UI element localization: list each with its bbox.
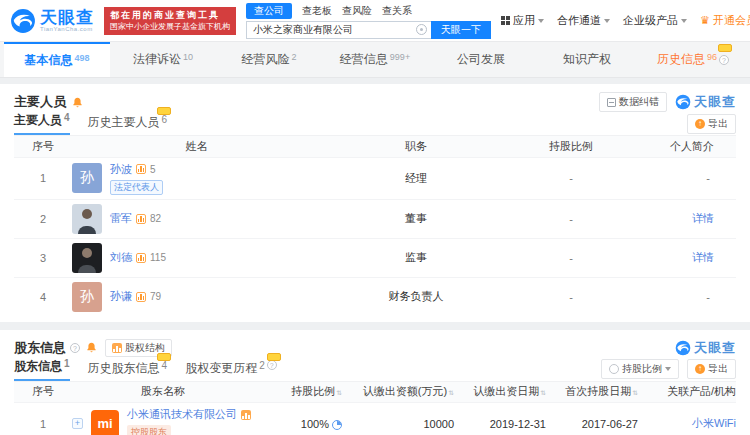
employment-count-icon (136, 214, 146, 224)
chevron-down-icon (665, 367, 671, 371)
sort-icon[interactable]: ⇅ (540, 390, 546, 397)
controlling-shareholder-tag: 控股股东 (127, 425, 171, 435)
search-tab-company[interactable]: 查公司 (246, 3, 292, 19)
avatar (72, 243, 102, 273)
subtab-shareholders[interactable]: 股东信息1 (14, 358, 70, 381)
info-circle-icon (609, 364, 619, 374)
promo-badge (718, 44, 732, 52)
person-name-link[interactable]: 雷军 (110, 211, 132, 226)
ratio-filter-dropdown[interactable]: 持股比例 (601, 359, 679, 379)
table-row: 4 孙 孙谦 79 财务负责人 - - (14, 277, 736, 316)
crown-icon: ♛ (700, 14, 710, 27)
table-row: 2 雷军 82 董事 - 详情 (14, 199, 736, 238)
person-name-link[interactable]: 刘德 (110, 250, 132, 265)
export-button[interactable]: ↑ 导出 (687, 114, 736, 134)
shareholder-table-header: 序号 股东名称 持股比例⇅ 认缴出资额(万元)⇅ 认缴出资日期⇅ 首次持股日期⇅… (14, 382, 736, 403)
menu-vip[interactable]: ♛ 开通会员 (700, 13, 750, 28)
monitor-bell-icon[interactable] (86, 342, 97, 353)
related-product-link[interactable]: 小米WiFi (692, 417, 736, 429)
watermark-logo: 天眼查 (675, 93, 736, 111)
subtab-history-shareholders[interactable]: 历史股东信息4 (88, 360, 168, 381)
logo-title: 天眼查 (40, 9, 94, 26)
sort-icon[interactable]: ⇅ (336, 390, 342, 397)
tab-operation-risk[interactable]: 经营风险2 (216, 42, 322, 77)
monitor-bell-icon[interactable] (72, 97, 83, 108)
mi-logo: mi (91, 410, 119, 435)
menu-enterprise[interactable]: 企业级产品 (623, 13, 687, 28)
company-nav-tabs: 基本信息498 法律诉讼10 经营风险2 经营信息999+ 公司发展 知识产权 … (0, 42, 750, 78)
employment-count-icon (136, 292, 146, 302)
subtab-history-personnel[interactable]: 历史主要人员6 (88, 114, 168, 135)
export-icon: ↑ (695, 364, 705, 374)
export-button[interactable]: ↑ 导出 (687, 359, 736, 379)
image-search-icon[interactable] (416, 24, 427, 35)
avatar (72, 204, 102, 234)
tianyancha-logo[interactable]: 天眼查 TianYanCha.com (10, 8, 94, 34)
table-row: 3 刘德 115 监事 - 详情 (14, 238, 736, 277)
tab-intellectual-property[interactable]: 知识产权 (534, 42, 640, 77)
subtab-current-personnel[interactable]: 主要人员4 (14, 112, 70, 135)
tab-basic-info[interactable]: 基本信息498 (4, 42, 110, 77)
personnel-table: 序号 姓名 职务 持股比例 个人简介 1 孙 孙波 5 (14, 136, 736, 316)
table-row: 1 孙 孙波 5 法定代表人 经理 - - (14, 157, 736, 199)
search-button[interactable]: 天眼一下 (431, 21, 491, 39)
pie-chart-icon[interactable] (332, 420, 342, 430)
table-row: 1 + mi 小米通讯技术有限公司 控股股东 100% 10000 2019-1… (14, 403, 736, 435)
promo-banner-line1: 都在用的商业查询工具 (110, 10, 230, 21)
logo-subtitle: TianYanCha.com (40, 26, 94, 32)
tab-operation-info[interactable]: 经营信息999+ (322, 42, 428, 77)
menu-cooperation[interactable]: 合作通道 (557, 13, 610, 28)
equity-chart-icon (112, 343, 122, 353)
tianyancha-logo-icon (10, 8, 36, 34)
promo-badge (157, 107, 171, 115)
search-input[interactable] (246, 21, 432, 39)
grid-icon (501, 16, 510, 25)
question-circle-icon[interactable]: ? (719, 55, 729, 65)
promo-banner: 都在用的商业查询工具 国家中小企业发展子基金旗下机构 (104, 7, 236, 35)
tab-history-info[interactable]: 历史信息96 ? (640, 42, 746, 77)
page-content: 主要人员 数据纠错 天眼查 主要人员4 历史主要人员6 ↑ 导出 (0, 78, 750, 435)
chevron-down-icon (681, 19, 687, 23)
avatar: 孙 (72, 282, 102, 312)
shareholder-name-link[interactable]: 小米通讯技术有限公司 (127, 407, 237, 422)
profile-detail-link[interactable]: 详情 (692, 251, 714, 263)
person-name-link[interactable]: 孙谦 (110, 289, 132, 304)
shareholder-card: 股东信息 ? 股权结构 天眼查 股东信息1 历史股东信息4 股权变更历程2 ? (0, 330, 750, 435)
sort-icon[interactable]: ⇅ (448, 390, 454, 397)
question-circle-icon[interactable]: ? (267, 360, 277, 370)
promo-badge (157, 353, 171, 361)
menu-apps[interactable]: 应用 (501, 13, 544, 28)
tab-company-development[interactable]: 公司发展 (428, 42, 534, 77)
search-tab-risk[interactable]: 查风险 (342, 4, 372, 18)
promo-badge (267, 353, 281, 361)
personnel-table-header: 序号 姓名 职务 持股比例 个人简介 (14, 136, 736, 157)
employment-count-icon (136, 253, 146, 263)
header-menu: 应用 合作通道 企业级产品 ♛ 开通会员 费米 (501, 13, 750, 28)
shareholder-table: 序号 股东名称 持股比例⇅ 认缴出资额(万元)⇅ 认缴出资日期⇅ 首次持股日期⇅… (14, 382, 736, 435)
export-icon: ↑ (695, 119, 705, 129)
chevron-down-icon (604, 19, 610, 23)
search-area: 查公司 查老板 查风险 查关系 天眼一下 (246, 3, 491, 39)
tianyancha-logo-icon (675, 340, 691, 356)
avatar: 孙 (72, 163, 102, 193)
section-title-shareholders: 股东信息 (14, 339, 66, 357)
expand-plus-icon[interactable]: + (72, 418, 83, 429)
data-correction-button[interactable]: 数据纠错 (599, 92, 667, 112)
subtab-equity-change[interactable]: 股权变更历程2 ? (185, 360, 277, 381)
tab-legal[interactable]: 法律诉讼10 (110, 42, 216, 77)
chevron-down-icon (538, 19, 544, 23)
tianyancha-logo-icon (675, 94, 691, 110)
question-circle-icon[interactable]: ? (70, 343, 80, 353)
sort-icon[interactable]: ⇅ (632, 390, 638, 397)
edit-icon (607, 98, 616, 107)
search-tab-boss[interactable]: 查老板 (302, 4, 332, 18)
promo-banner-line2: 国家中小企业发展子基金旗下机构 (110, 21, 230, 32)
profile-detail-link[interactable]: 详情 (692, 212, 714, 224)
search-tab-relation[interactable]: 查关系 (382, 4, 412, 18)
legal-rep-tag: 法定代表人 (110, 180, 163, 195)
equity-chart-icon[interactable] (241, 410, 251, 420)
watermark-logo: 天眼查 (675, 339, 736, 357)
key-personnel-card: 主要人员 数据纠错 天眼查 主要人员4 历史主要人员6 ↑ 导出 (0, 84, 750, 322)
person-name-link[interactable]: 孙波 (110, 162, 132, 177)
top-header: 天眼查 TianYanCha.com 都在用的商业查询工具 国家中小企业发展子基… (0, 0, 750, 42)
